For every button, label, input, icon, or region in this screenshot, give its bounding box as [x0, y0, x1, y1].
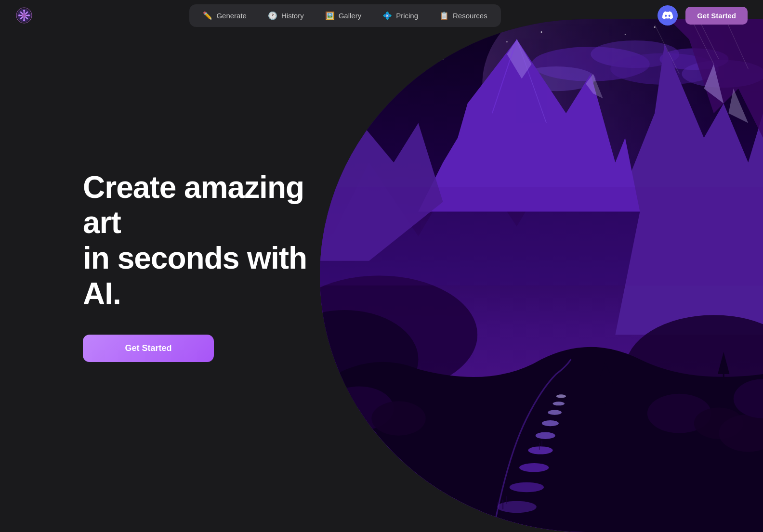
svg-point-1	[23, 10, 25, 12]
svg-point-55	[344, 39, 345, 40]
nav-item-gallery[interactable]: 🖼️ Gallery	[316, 7, 371, 24]
svg-point-46	[542, 420, 559, 426]
hero-image-area	[281, 0, 763, 532]
svg-rect-50	[502, 500, 503, 509]
history-icon: 🕐	[268, 11, 277, 20]
nav-item-history[interactable]: 🕐 History	[258, 7, 314, 24]
get-started-nav-button[interactable]: Get Started	[685, 7, 748, 25]
nav-right: Get Started	[658, 5, 748, 26]
svg-point-57	[418, 49, 419, 50]
svg-point-0	[22, 13, 26, 17]
svg-point-49	[556, 394, 566, 398]
nav-item-pricing[interactable]: 💠 Pricing	[373, 7, 428, 24]
nav-item-pricing-label: Pricing	[396, 12, 418, 20]
nav-item-resources-label: Resources	[453, 12, 487, 20]
svg-point-59	[506, 41, 507, 42]
svg-point-47	[548, 410, 562, 415]
svg-rect-51	[506, 496, 507, 504]
svg-point-60	[540, 31, 542, 33]
svg-rect-53	[539, 443, 540, 450]
hero-blob-image	[320, 19, 763, 532]
svg-point-4	[28, 14, 30, 16]
nav-item-generate[interactable]: ✏️ Generate	[193, 7, 256, 24]
nav-item-history-label: History	[281, 12, 304, 20]
svg-point-64	[625, 34, 626, 35]
svg-rect-70	[320, 187, 763, 285]
gallery-icon: 🖼️	[325, 11, 335, 20]
svg-point-29	[371, 401, 425, 436]
svg-rect-52	[497, 502, 498, 509]
svg-point-2	[23, 19, 25, 21]
svg-point-43	[519, 463, 549, 472]
svg-point-42	[510, 482, 544, 492]
hero-left: Create amazing art in seconds with AI. G…	[0, 0, 328, 532]
pricing-icon: 💠	[382, 11, 392, 20]
generate-icon: ✏️	[203, 11, 212, 20]
nav-item-generate-label: Generate	[216, 12, 247, 20]
landscape	[320, 19, 763, 532]
svg-point-45	[536, 432, 555, 439]
navbar: ✏️ Generate 🕐 History 🖼️ Gallery 💠 Prici…	[0, 0, 763, 31]
discord-icon	[662, 10, 673, 21]
resources-icon: 📋	[439, 11, 449, 20]
svg-rect-54	[541, 441, 542, 446]
hero-title: Create amazing art in seconds with AI.	[83, 170, 328, 311]
logo-icon	[15, 7, 33, 24]
svg-point-62	[359, 88, 360, 89]
discord-button[interactable]	[658, 5, 678, 26]
logo[interactable]	[15, 7, 33, 24]
svg-point-48	[553, 402, 565, 405]
get-started-hero-button[interactable]: Get Started	[83, 335, 214, 362]
svg-point-3	[18, 14, 20, 16]
nav-center: ✏️ Generate 🕐 History 🖼️ Gallery 💠 Prici…	[189, 4, 500, 27]
svg-point-44	[528, 446, 553, 454]
nav-item-resources[interactable]: 📋 Resources	[430, 7, 497, 24]
svg-point-61	[398, 64, 399, 65]
hero-section: Create amazing art in seconds with AI. G…	[0, 0, 763, 532]
nav-item-gallery-label: Gallery	[339, 12, 362, 20]
svg-point-63	[443, 59, 444, 60]
